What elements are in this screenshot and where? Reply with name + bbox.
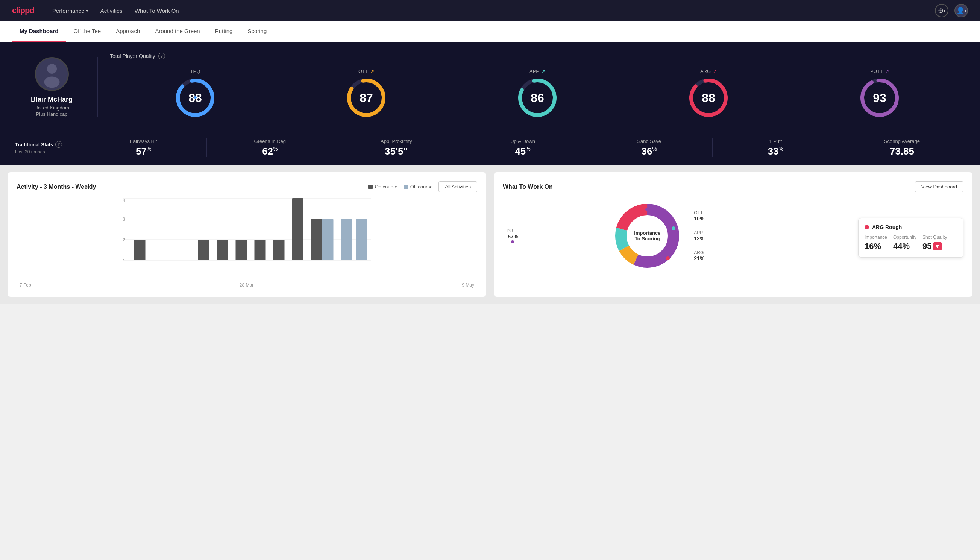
chart-label-mar: 28 Mar [240, 282, 253, 288]
stat-value-fairways: 57% [136, 145, 151, 157]
score-card-tpq: TPQ 88 [110, 65, 281, 122]
tab-scoring[interactable]: Scoring [240, 21, 274, 42]
svg-rect-32 [322, 219, 334, 260]
player-country: United Kingdom [34, 105, 69, 110]
score-value-arg: 88 [702, 91, 715, 105]
tooltip-stat-shot-quality: Shot Quality 95 ▼ [922, 235, 947, 251]
svg-text:2: 2 [123, 237, 126, 243]
ring-tpq: 88 [175, 77, 216, 118]
chevron-down-icon: ▾ [943, 8, 945, 13]
stat-1-putt: 1 Putt 33% [713, 138, 839, 157]
legend-dot-off-course [404, 185, 408, 189]
stats-help-icon[interactable]: ? [55, 141, 62, 148]
svg-rect-29 [273, 240, 285, 260]
svg-point-13 [689, 96, 693, 100]
donut-label-putt: PUTT 57% [507, 228, 518, 244]
svg-rect-28 [255, 240, 266, 260]
plus-icon: ⊕ [938, 7, 943, 15]
stat-group-label: Traditional Stats ? Last 20 rounds [15, 141, 62, 155]
svg-point-2 [44, 77, 60, 88]
tooltip-stat-opportunity: Opportunity 44% [893, 235, 917, 251]
top-navigation: clippd Performance ▾ Activities What To … [0, 0, 980, 21]
stat-sand-save: Sand Save 36% [586, 138, 713, 157]
user-icon: 👤 [956, 7, 965, 15]
stats-section-title: Traditional Stats ? [15, 141, 62, 148]
stat-value-oneputt: 33% [768, 145, 783, 157]
score-card-putt: PUTT ↗ 93 [794, 65, 965, 122]
chart-label-feb: 7 Feb [20, 282, 31, 288]
svg-point-42 [666, 257, 670, 260]
stats-period: Last 20 rounds [15, 149, 62, 155]
avatar [35, 57, 69, 91]
scores-section: Total Player Quality ? TPQ 88 [98, 53, 965, 122]
all-activities-button[interactable]: All Activities [438, 181, 477, 192]
what-to-work-on-panel: What To Work On View Dashboard PUTT 57% [494, 172, 972, 297]
stats-divider [71, 138, 72, 157]
legend-on-course: On course [368, 184, 398, 190]
chart-label-may: 9 May [462, 282, 474, 288]
tooltip-value-opportunity: 44% [893, 242, 917, 251]
bottom-panels: Activity - 3 Months - Weekly On course O… [0, 165, 980, 304]
score-label-ott: OTT ↗ [358, 68, 374, 74]
stat-value-sandsave: 36% [642, 145, 657, 157]
chart-panel-title: Activity - 3 Months - Weekly [17, 183, 362, 190]
donut-label-arg: ARG 21% [694, 250, 704, 262]
ring-app: 86 [517, 77, 558, 118]
activity-chart-area: 1 2 3 4 [17, 198, 477, 281]
donut-label-app: APP 12% [694, 230, 704, 242]
shot-quality-badge: ▼ [933, 242, 942, 250]
user-avatar-button[interactable]: 👤 ▾ [954, 4, 968, 17]
score-value-app: 86 [531, 91, 544, 105]
stat-name-oneputt: 1 Putt [769, 138, 782, 144]
score-label-putt: PUTT ↗ [870, 68, 889, 74]
stat-value-scoring: 73.85 [890, 145, 914, 157]
svg-point-1 [47, 64, 57, 74]
tab-around-the-green[interactable]: Around the Green [147, 21, 207, 42]
add-button[interactable]: ⊕ ▾ [935, 4, 948, 17]
tooltip-stat-importance: Importance 16% [865, 235, 887, 251]
svg-rect-33 [341, 219, 353, 260]
score-label-tpq: TPQ [190, 68, 200, 74]
stat-name-scoring: Scoring Average [884, 138, 920, 144]
player-info: Blair McHarg United Kingdom Plus Handica… [15, 57, 98, 117]
stat-name-sandsave: Sand Save [637, 138, 661, 144]
stat-value-updown: 45% [515, 145, 530, 157]
tab-approach[interactable]: Approach [108, 21, 147, 42]
tab-my-dashboard[interactable]: My Dashboard [12, 21, 66, 42]
activity-chart-panel: Activity - 3 Months - Weekly On course O… [8, 172, 486, 297]
activity-chart-svg: 1 2 3 4 [17, 198, 477, 281]
nav-what-to-work-on[interactable]: What To Work On [135, 1, 179, 21]
svg-text:3: 3 [123, 217, 126, 222]
view-dashboard-button[interactable]: View Dashboard [915, 181, 963, 192]
stat-name-fairways: Fairways Hit [130, 138, 157, 144]
trend-up-putt: ↗ [885, 69, 889, 74]
svg-rect-30 [292, 198, 303, 260]
stat-app-proximity: App. Proximity 35'5" [333, 138, 459, 157]
tab-off-the-tee[interactable]: Off the Tee [66, 21, 108, 42]
stats-row: Traditional Stats ? Last 20 rounds Fairw… [0, 130, 980, 165]
legend-off-course: Off course [404, 184, 433, 190]
player-name: Blair McHarg [31, 95, 73, 103]
score-label-app: APP ↗ [529, 68, 545, 74]
donut-center-text: Importance To Scoring [634, 230, 661, 242]
player-handicap: Plus Handicap [36, 111, 68, 117]
svg-rect-31 [311, 219, 322, 260]
tooltip-label-importance: Importance [865, 235, 887, 240]
score-cards: TPQ 88 OTT ↗ [110, 65, 965, 122]
stat-name-greens: Greens In Reg [254, 138, 286, 144]
chart-x-labels: 7 Feb 28 Mar 9 May [17, 282, 477, 288]
stat-fairways-hit: Fairways Hit 57% [80, 138, 207, 157]
help-icon[interactable]: ? [158, 53, 165, 59]
tooltip-value-shot-quality: 95 ▼ [922, 242, 947, 251]
svg-rect-25 [198, 240, 210, 260]
ring-ott: 87 [346, 77, 387, 118]
nav-performance[interactable]: Performance ▾ [52, 1, 88, 21]
trend-up-app: ↗ [542, 69, 545, 74]
tooltip-stats: Importance 16% Opportunity 44% Shot Qual… [865, 235, 957, 251]
tab-putting[interactable]: Putting [208, 21, 240, 42]
svg-point-40 [645, 208, 649, 212]
donut-container: Importance To Scoring OTT 10% APP 12% [579, 198, 704, 273]
scores-title: Total Player Quality [110, 53, 155, 59]
nav-activities[interactable]: Activities [100, 1, 123, 21]
ring-arg: 88 [688, 77, 729, 118]
